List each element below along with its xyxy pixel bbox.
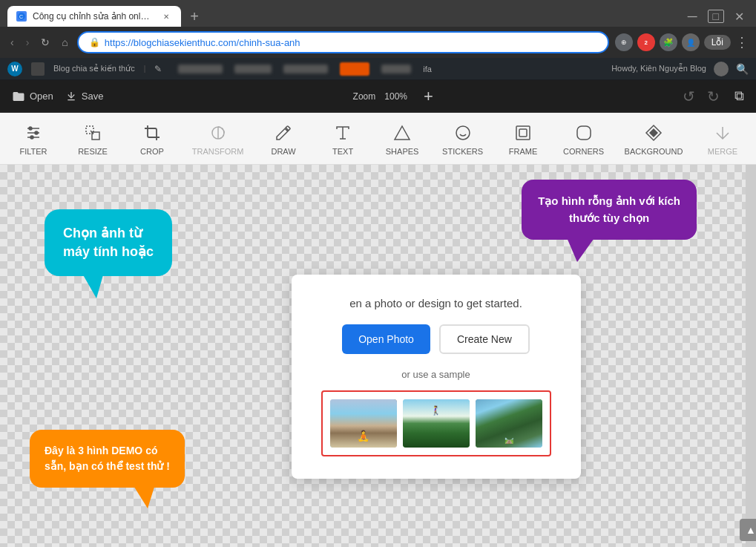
tool-transform[interactable]: TRANSFORM — [193, 122, 243, 156]
wp-search-icon[interactable]: 🔍 — [736, 63, 749, 75]
dialog-text-span: en a photo or design to get started. — [349, 297, 522, 309]
tool-resize[interactable]: RESIZE — [74, 122, 111, 156]
svg-rect-20 — [519, 129, 527, 137]
undo-button[interactable]: ↺ — [683, 88, 695, 105]
browser-action-buttons: ⊕ 2 🧩 👤 Lỗi ⋮ — [615, 33, 749, 51]
svg-point-7 — [30, 136, 33, 139]
tool-frame[interactable]: FRAME — [504, 122, 542, 156]
editor-toolbar: Open Save Zoom 100% + ↺ ↻ ⧉ — [0, 80, 756, 113]
tool-background[interactable]: BACKGROUND — [625, 122, 682, 156]
bubble-purple-text: Tạo hình rỗng ảnh với kích thước tùy chọ… — [538, 194, 680, 224]
tab-favicon: C — [16, 11, 27, 22]
resize-icon — [82, 122, 104, 144]
account-icon[interactable]: ⊕ — [615, 33, 633, 51]
layers-button[interactable]: ⧉ — [734, 88, 744, 104]
sample-label: or use a sample — [321, 369, 551, 380]
tool-shapes[interactable]: SHAPES — [384, 122, 421, 156]
background-label: BACKGROUND — [625, 147, 683, 156]
save-button[interactable]: Save — [65, 91, 104, 102]
address-bar[interactable]: 🔒 https://blogchiasekienthuc.com/chinh-s… — [77, 31, 609, 53]
stickers-label: STICKERS — [442, 147, 483, 156]
svg-rect-21 — [577, 126, 591, 140]
crop-label: CROP — [140, 147, 164, 156]
wp-right-section: Howdy, Kiên Nguyễn Blog 🔍 — [611, 62, 749, 76]
open-photo-button[interactable]: Open Photo — [342, 324, 430, 354]
bubble-teal: Chọn ảnh từ máy tính hoặc — [45, 209, 172, 276]
profile-icon[interactable]: 👤 — [682, 33, 700, 51]
wp-blurred-item-2 — [234, 65, 272, 73]
dialog-buttons: Open Photo Create New — [321, 324, 551, 354]
home-button[interactable]: ⌂ — [59, 33, 70, 51]
refresh-button[interactable]: ↻ — [38, 33, 53, 51]
svg-point-16 — [456, 126, 470, 140]
wp-howdy-text[interactable]: Howdy, Kiên Nguyễn Blog — [611, 64, 706, 73]
sample-image-1[interactable]: 🧘 — [330, 399, 397, 448]
bubble-purple: Tạo hình rỗng ảnh với kích thước tùy chọ… — [522, 180, 697, 240]
open-button[interactable]: Open — [12, 90, 53, 103]
zoom-plus-button[interactable]: + — [424, 87, 433, 106]
tool-stickers[interactable]: STICKERS — [443, 122, 482, 156]
bubble-orange: Đây là 3 hình DEMO có sẵn, bạn có thể te… — [30, 430, 185, 488]
frame-label: FRAME — [509, 147, 538, 156]
tab-title: Công cụ chỉnh sửa ảnh online - E — [33, 11, 151, 22]
bubble-orange-text: Đây là 3 hình DEMO có sẵn, bạn có thể te… — [45, 445, 170, 472]
redo-button[interactable]: ↻ — [707, 88, 720, 105]
create-new-button[interactable]: Create New — [439, 324, 530, 354]
shapes-icon — [391, 122, 413, 144]
svg-marker-15 — [395, 126, 410, 140]
zoom-control: Zoom 100% — [353, 91, 407, 102]
minimize-button[interactable]: ─ — [683, 10, 702, 23]
wp-blurred-item-4 — [381, 65, 411, 73]
tool-corners[interactable]: CORNERS — [564, 122, 603, 156]
tab-bar: C Công cụ chỉnh sửa ảnh online - E ✕ + ─… — [0, 0, 756, 27]
wp-edit-icon[interactable]: ✎ — [154, 64, 162, 74]
window-controls: ─ □ ✕ — [683, 10, 749, 24]
forward-button[interactable]: › — [23, 33, 33, 51]
tool-text[interactable]: TEXT — [324, 122, 361, 156]
dialog-intro-text: en a photo or design to get started. — [321, 297, 551, 309]
lock-icon: 🔒 — [89, 37, 100, 48]
new-tab-button[interactable]: + — [184, 6, 205, 27]
svg-marker-23 — [649, 128, 658, 137]
back-button[interactable]: ‹ — [7, 33, 17, 51]
wp-blog-name[interactable]: Blog chia sẻ kiến thức — [53, 64, 135, 73]
browser-menu-button[interactable]: ⋮ — [735, 34, 749, 50]
loi-button[interactable]: Lỗi — [704, 35, 731, 50]
svg-text:C: C — [19, 14, 23, 19]
filter-label: FILTER — [19, 147, 47, 156]
tool-crop[interactable]: CROP — [134, 122, 171, 156]
tool-draw[interactable]: DRAW — [265, 122, 302, 156]
zoom-value: 100% — [384, 91, 407, 102]
sample-images-container: 🧘 🚶‍♀️ 🛤️ — [321, 390, 551, 456]
bubble-teal-text: Chọn ảnh từ máy tính hoặc — [63, 226, 154, 259]
tool-filter[interactable]: FILTER — [15, 122, 52, 156]
wp-nav-icon[interactable] — [31, 62, 45, 76]
svg-rect-19 — [516, 126, 530, 140]
draw-icon — [272, 122, 295, 144]
tab-close-btn[interactable]: ✕ — [160, 10, 172, 22]
wp-blurred-item-3 — [283, 65, 328, 73]
wp-toolbar: W Blog chia sẻ kiến thức | ✎ ifa Howdy, … — [0, 58, 756, 80]
text-label: TEXT — [332, 147, 353, 156]
tool-merge[interactable]: MERGE — [704, 122, 741, 156]
active-tab[interactable]: C Công cụ chỉnh sửa ảnh online - E ✕ — [7, 6, 181, 27]
sample-image-3[interactable]: 🛤️ — [476, 399, 542, 448]
scroll-up-button[interactable]: ▲ — [740, 519, 756, 541]
merge-icon — [711, 122, 734, 144]
crop-icon — [141, 122, 163, 144]
corners-label: CORNERS — [563, 147, 604, 156]
wp-avatar[interactable] — [714, 62, 729, 76]
close-button[interactable]: ✕ — [730, 10, 749, 24]
open-label: Open — [30, 91, 53, 102]
editor-area: Open Save Zoom 100% + ↺ ↻ ⧉ FILTER — [0, 80, 756, 547]
scrollbar-right[interactable]: ▲ — [746, 165, 756, 547]
notification-icon[interactable]: 2 — [637, 33, 655, 51]
wp-logo[interactable]: W — [7, 62, 22, 76]
merge-label: MERGE — [708, 147, 737, 156]
maximize-button[interactable]: □ — [708, 10, 724, 23]
extensions-icon[interactable]: 🧩 — [660, 33, 677, 51]
sample-image-2[interactable]: 🚶‍♀️ — [403, 399, 470, 448]
open-dialog: en a photo or design to get started. Ope… — [292, 275, 581, 479]
wp-username: ifa — [423, 65, 432, 73]
text-icon — [332, 122, 354, 144]
